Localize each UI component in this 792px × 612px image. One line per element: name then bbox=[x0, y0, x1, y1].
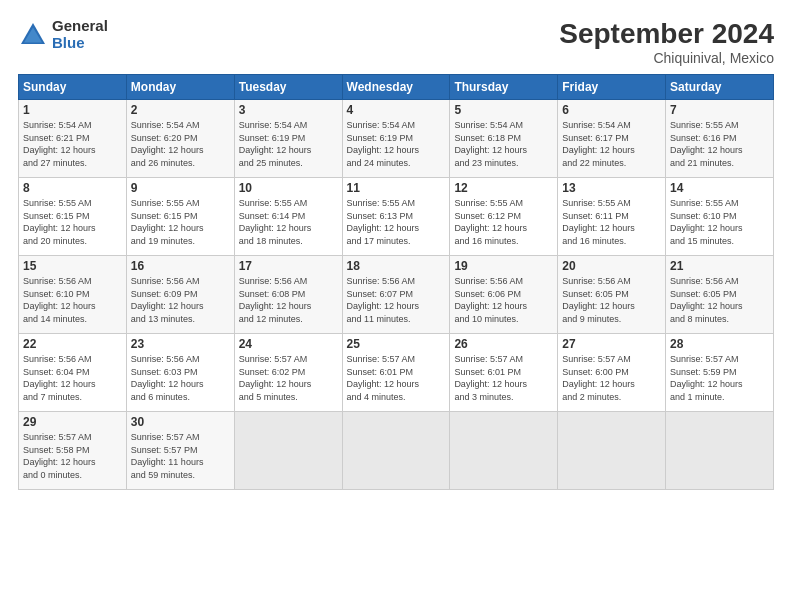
calendar-cell-w2-2: 17Sunrise: 5:56 AMSunset: 6:08 PMDayligh… bbox=[234, 256, 342, 334]
calendar-table: Sunday Monday Tuesday Wednesday Thursday… bbox=[18, 74, 774, 490]
calendar-cell-w1-6: 14Sunrise: 5:55 AMSunset: 6:10 PMDayligh… bbox=[666, 178, 774, 256]
calendar-title: September 2024 bbox=[559, 18, 774, 50]
calendar-cell-w4-3 bbox=[342, 412, 450, 490]
calendar-cell-w4-5 bbox=[558, 412, 666, 490]
calendar-cell-w3-6: 28Sunrise: 5:57 AMSunset: 5:59 PMDayligh… bbox=[666, 334, 774, 412]
calendar-cell-w2-0: 15Sunrise: 5:56 AMSunset: 6:10 PMDayligh… bbox=[19, 256, 127, 334]
calendar-cell-w3-0: 22Sunrise: 5:56 AMSunset: 6:04 PMDayligh… bbox=[19, 334, 127, 412]
th-tuesday: Tuesday bbox=[234, 75, 342, 100]
calendar-cell-w0-3: 4Sunrise: 5:54 AMSunset: 6:19 PMDaylight… bbox=[342, 100, 450, 178]
header-row: Sunday Monday Tuesday Wednesday Thursday… bbox=[19, 75, 774, 100]
calendar-cell-w4-6 bbox=[666, 412, 774, 490]
calendar-cell-w1-0: 8Sunrise: 5:55 AMSunset: 6:15 PMDaylight… bbox=[19, 178, 127, 256]
calendar-cell-w2-5: 20Sunrise: 5:56 AMSunset: 6:05 PMDayligh… bbox=[558, 256, 666, 334]
calendar-cell-w3-5: 27Sunrise: 5:57 AMSunset: 6:00 PMDayligh… bbox=[558, 334, 666, 412]
calendar-cell-w4-4 bbox=[450, 412, 558, 490]
calendar-cell-w1-3: 11Sunrise: 5:55 AMSunset: 6:13 PMDayligh… bbox=[342, 178, 450, 256]
calendar-cell-w2-4: 19Sunrise: 5:56 AMSunset: 6:06 PMDayligh… bbox=[450, 256, 558, 334]
calendar-cell-w0-2: 3Sunrise: 5:54 AMSunset: 6:19 PMDaylight… bbox=[234, 100, 342, 178]
calendar-cell-w0-1: 2Sunrise: 5:54 AMSunset: 6:20 PMDaylight… bbox=[126, 100, 234, 178]
th-saturday: Saturday bbox=[666, 75, 774, 100]
calendar-cell-w1-5: 13Sunrise: 5:55 AMSunset: 6:11 PMDayligh… bbox=[558, 178, 666, 256]
th-monday: Monday bbox=[126, 75, 234, 100]
calendar-cell-w1-4: 12Sunrise: 5:55 AMSunset: 6:12 PMDayligh… bbox=[450, 178, 558, 256]
calendar-cell-w3-1: 23Sunrise: 5:56 AMSunset: 6:03 PMDayligh… bbox=[126, 334, 234, 412]
calendar-cell-w4-2 bbox=[234, 412, 342, 490]
logo-general: General bbox=[52, 18, 108, 35]
calendar-cell-w2-3: 18Sunrise: 5:56 AMSunset: 6:07 PMDayligh… bbox=[342, 256, 450, 334]
th-wednesday: Wednesday bbox=[342, 75, 450, 100]
th-friday: Friday bbox=[558, 75, 666, 100]
calendar-cell-w3-4: 26Sunrise: 5:57 AMSunset: 6:01 PMDayligh… bbox=[450, 334, 558, 412]
calendar-cell-w2-1: 16Sunrise: 5:56 AMSunset: 6:09 PMDayligh… bbox=[126, 256, 234, 334]
th-sunday: Sunday bbox=[19, 75, 127, 100]
calendar-cell-w0-5: 6Sunrise: 5:54 AMSunset: 6:17 PMDaylight… bbox=[558, 100, 666, 178]
header: General Blue September 2024 Chiquinival,… bbox=[18, 18, 774, 66]
logo: General Blue bbox=[18, 18, 108, 51]
calendar-cell-w0-6: 7Sunrise: 5:55 AMSunset: 6:16 PMDaylight… bbox=[666, 100, 774, 178]
calendar-cell-w1-2: 10Sunrise: 5:55 AMSunset: 6:14 PMDayligh… bbox=[234, 178, 342, 256]
calendar-cell-1: 1Sunrise: 5:54 AMSunset: 6:21 PMDaylight… bbox=[19, 100, 127, 178]
calendar-cell-w3-3: 25Sunrise: 5:57 AMSunset: 6:01 PMDayligh… bbox=[342, 334, 450, 412]
logo-blue: Blue bbox=[52, 35, 108, 52]
title-block: September 2024 Chiquinival, Mexico bbox=[559, 18, 774, 66]
calendar-cell-w3-2: 24Sunrise: 5:57 AMSunset: 6:02 PMDayligh… bbox=[234, 334, 342, 412]
calendar-cell-w1-1: 9Sunrise: 5:55 AMSunset: 6:15 PMDaylight… bbox=[126, 178, 234, 256]
logo-icon bbox=[18, 20, 48, 50]
calendar-subtitle: Chiquinival, Mexico bbox=[559, 50, 774, 66]
th-thursday: Thursday bbox=[450, 75, 558, 100]
calendar-cell-w4-1: 30Sunrise: 5:57 AMSunset: 5:57 PMDayligh… bbox=[126, 412, 234, 490]
calendar-cell-w2-6: 21Sunrise: 5:56 AMSunset: 6:05 PMDayligh… bbox=[666, 256, 774, 334]
page: General Blue September 2024 Chiquinival,… bbox=[0, 0, 792, 612]
calendar-cell-w4-0: 29Sunrise: 5:57 AMSunset: 5:58 PMDayligh… bbox=[19, 412, 127, 490]
logo-text: General Blue bbox=[52, 18, 108, 51]
calendar-cell-w0-4: 5Sunrise: 5:54 AMSunset: 6:18 PMDaylight… bbox=[450, 100, 558, 178]
